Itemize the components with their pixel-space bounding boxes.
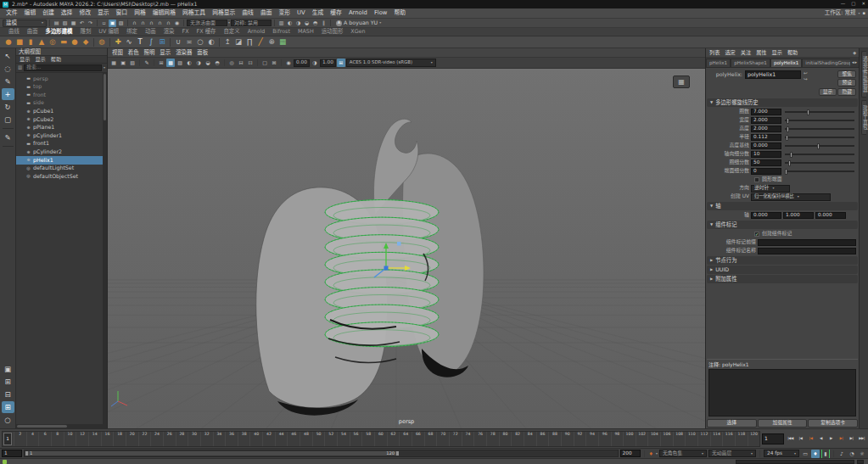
- timeline-frame[interactable]: 120: [748, 432, 760, 446]
- chevron-right-icon[interactable]: ▸: [854, 60, 857, 64]
- isolate-select-icon[interactable]: ◎: [227, 59, 236, 67]
- slider-handle[interactable]: [787, 118, 789, 124]
- field-guides-icon[interactable]: ⊟: [237, 59, 245, 67]
- collapsed-section[interactable]: ▶附加属性: [707, 275, 858, 283]
- menuset-dropdown[interactable]: 建模 ▾: [3, 20, 47, 27]
- slider-handle[interactable]: [790, 152, 792, 158]
- outliner-item[interactable]: ◎defaultLightSet: [16, 165, 103, 173]
- timeline-frame[interactable]: 56: [350, 432, 362, 446]
- menubar-item[interactable]: Arnold: [345, 10, 371, 16]
- create-uv-dropdown[interactable]: 归一化和保持纵横比 ▾: [751, 193, 831, 201]
- component-tag-input[interactable]: [758, 239, 856, 246]
- timeline-frame[interactable]: 82: [511, 432, 524, 446]
- slider-handle[interactable]: [788, 160, 791, 166]
- collapsed-section[interactable]: ▶节点行为: [707, 256, 858, 265]
- attribute-value-field[interactable]: 7.000: [751, 109, 781, 115]
- lasso-select-tool-icon[interactable]: ◌: [2, 63, 14, 75]
- outliner-item[interactable]: ⊕pCylinder1: [16, 131, 103, 140]
- play-backwards-button[interactable]: ◀: [816, 433, 826, 444]
- go-to-end-button[interactable]: ▶▶|: [857, 433, 866, 444]
- outliner-item[interactable]: ⊕pPlane1: [16, 124, 103, 132]
- close-button[interactable]: ✕: [861, 2, 865, 7]
- current-time-field[interactable]: 1: [762, 433, 784, 444]
- snap-to-grid-icon[interactable]: ∩: [131, 20, 138, 27]
- presets-button[interactable]: 预设: [837, 79, 856, 87]
- timeline-frame[interactable]: 94: [585, 432, 598, 446]
- attribute-editor-menu-item[interactable]: 选定: [722, 50, 737, 55]
- current-frame-marker[interactable]: 1: [3, 433, 12, 445]
- outliner-item[interactable]: ⊕pCylinder2: [16, 148, 103, 156]
- menubar-item[interactable]: 编辑: [21, 10, 40, 16]
- poly-disc-icon[interactable]: ●: [70, 37, 80, 48]
- combine-icon[interactable]: ∪: [173, 37, 183, 48]
- timeline-frame[interactable]: 70: [436, 432, 449, 446]
- attribute-slider[interactable]: [783, 151, 856, 158]
- outliner-menu-item[interactable]: 显示: [17, 57, 32, 62]
- audio-icon[interactable]: ♪: [837, 450, 846, 458]
- ae-footer-button[interactable]: 复制选项卡: [808, 419, 858, 428]
- poly-cube-icon[interactable]: ■: [14, 37, 25, 48]
- timeline-frame[interactable]: 28: [176, 432, 188, 446]
- attribute-value-field[interactable]: 0: [751, 168, 781, 175]
- shelf-tab[interactable]: 曲面: [24, 29, 42, 34]
- script-editor-button[interactable]: [857, 460, 864, 464]
- timeline-frame[interactable]: 76: [473, 432, 486, 446]
- view-transform-icon[interactable]: ⊞: [337, 59, 345, 67]
- attribute-value-field[interactable]: 2.000: [751, 126, 781, 132]
- show-button[interactable]: 显示: [819, 88, 837, 96]
- viewport-menu-item[interactable]: 显示: [157, 50, 173, 55]
- xray-icon[interactable]: ▢: [260, 59, 269, 67]
- menubar-item[interactable]: 创建: [39, 10, 58, 16]
- timeline-frame[interactable]: 30: [188, 432, 200, 446]
- notes-textarea[interactable]: [708, 369, 856, 416]
- pin-icon[interactable]: ◆: [853, 51, 858, 55]
- chevron-down-icon[interactable]: ▾: [104, 66, 105, 70]
- attribute-editor-tab[interactable]: initialShadingGroup: [802, 59, 855, 67]
- shelf-tab[interactable]: 自定义: [220, 29, 243, 34]
- menubar-item[interactable]: 选择: [58, 10, 76, 16]
- chevron-down-icon[interactable]: ▾: [656, 452, 658, 456]
- attribute-slider[interactable]: [783, 126, 856, 132]
- animation-end-field[interactable]: 200: [620, 450, 641, 457]
- undo-icon[interactable]: ↶: [78, 20, 86, 27]
- attribute-editor-menu-item[interactable]: 属性: [753, 50, 769, 55]
- timeline-frame[interactable]: 22: [138, 432, 151, 446]
- step-forward-key-button[interactable]: ▶|: [837, 433, 846, 444]
- chevron-left-icon[interactable]: ◂: [852, 60, 854, 64]
- poly-torus-icon[interactable]: ◎: [48, 37, 58, 48]
- viewport-menu-item[interactable]: 着色: [126, 50, 142, 55]
- sidebar-tab[interactable]: 建模工具包: [861, 100, 867, 135]
- timeline-frame[interactable]: 64: [399, 432, 412, 446]
- create-component-tags-checkbox[interactable]: ✓: [754, 232, 759, 237]
- timeline-frame[interactable]: 90: [561, 432, 574, 446]
- outliner-item[interactable]: ▬front1: [16, 140, 103, 148]
- timeline-frame[interactable]: 42: [262, 432, 275, 446]
- slider-handle[interactable]: [817, 143, 820, 149]
- attribute-editor-menu-item[interactable]: 帮助: [785, 50, 800, 55]
- menubar-item[interactable]: 曲面: [257, 10, 276, 16]
- attribute-slider[interactable]: [783, 117, 856, 124]
- extrude-icon[interactable]: ↥: [222, 37, 232, 48]
- workspace-lock-icon[interactable]: ▪: [863, 11, 865, 15]
- cached-playback-icon[interactable]: ▮: [821, 450, 830, 458]
- axis-value-field[interactable]: 0.000: [751, 212, 781, 219]
- range-end-handle[interactable]: [396, 451, 399, 456]
- outliner-item[interactable]: ⊕pHelix1: [16, 156, 103, 165]
- timeline-frame[interactable]: 62: [387, 432, 400, 446]
- layout-single-pane-button[interactable]: ▣: [2, 363, 14, 375]
- round-cap-checkbox[interactable]: [754, 177, 759, 182]
- minimize-button[interactable]: —: [841, 2, 846, 7]
- snap-to-projected-center-icon[interactable]: ∩: [156, 20, 164, 27]
- timeline-frame[interactable]: 92: [574, 432, 586, 446]
- attribute-slider[interactable]: [783, 109, 856, 115]
- outliner-item[interactable]: ▬top: [16, 83, 103, 92]
- anim-layer-dropdown[interactable]: 无动画层 ▾: [708, 450, 756, 457]
- attribute-editor-menu-item[interactable]: 关注: [738, 50, 753, 55]
- timeline-frame[interactable]: 54: [337, 432, 350, 446]
- use-all-lights-icon[interactable]: ◐: [185, 59, 193, 67]
- grease-pencil-icon[interactable]: ✎: [143, 59, 151, 67]
- shelf-tab[interactable]: Arnold: [244, 29, 269, 34]
- animation-preferences-icon[interactable]: ☼: [858, 450, 866, 458]
- select-tool-icon[interactable]: ↖: [2, 50, 14, 62]
- magnifier-icon[interactable]: ○: [2, 414, 14, 426]
